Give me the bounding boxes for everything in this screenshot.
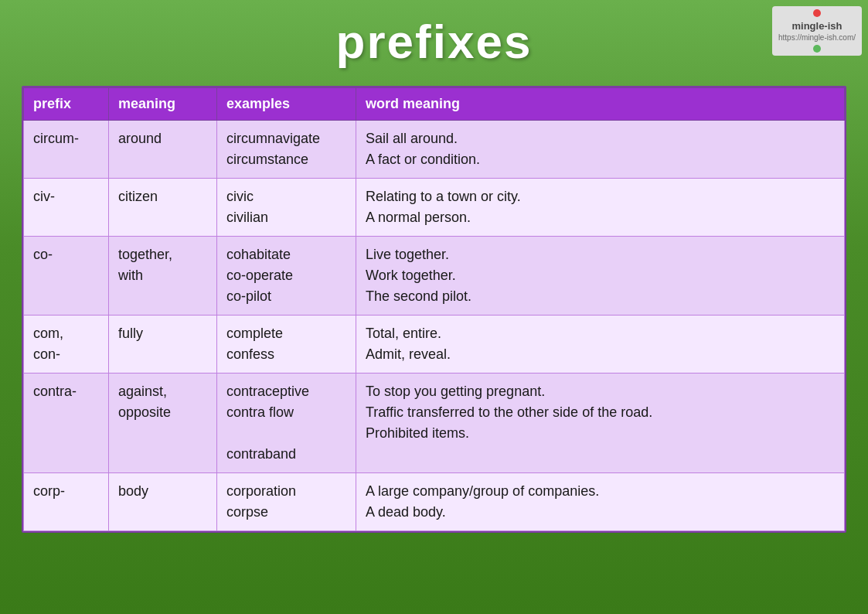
cell-meaning: body (109, 473, 217, 531)
cell-examples: civiccivilian (217, 179, 356, 237)
cell-examples: contraceptivecontra flowcontraband (217, 374, 356, 473)
page-title: prefixes (0, 0, 868, 86)
table-row: com,con-fullycompleteconfessTotal, entir… (24, 316, 845, 374)
cell-wordmeaning: A large company/group of companies.A dea… (356, 473, 845, 531)
table-row: civ-citizenciviccivilianRelating to a to… (24, 179, 845, 237)
dot-green (813, 45, 821, 53)
cell-examples: completeconfess (217, 316, 356, 374)
brand-name: mingle-ish (791, 20, 842, 32)
table-header-row: prefix meaning examples word meaning (24, 88, 845, 121)
watermark-url: https://mingle-ish.com/ (778, 33, 856, 42)
header-word-meaning: word meaning (356, 88, 845, 121)
table-row: corp-bodycorporationcorpseA large compan… (24, 473, 845, 531)
header-meaning: meaning (109, 88, 217, 121)
cell-examples: corporationcorpse (217, 473, 356, 531)
cell-wordmeaning: Total, entire.Admit, reveal. (356, 316, 845, 374)
cell-prefix: contra- (24, 374, 109, 473)
cell-prefix: civ- (24, 179, 109, 237)
watermark: mingle-ish https://mingle-ish.com/ (772, 6, 862, 56)
header-prefix: prefix (24, 88, 109, 121)
table-row: contra-against,oppositecontraceptivecont… (24, 374, 845, 473)
cell-wordmeaning: Sail all around.A fact or condition. (356, 121, 845, 179)
cell-wordmeaning: Live together.Work together.The second p… (356, 237, 845, 316)
cell-meaning: fully (109, 316, 217, 374)
prefixes-table-wrapper: prefix meaning examples word meaning cir… (22, 86, 846, 533)
cell-meaning: against,opposite (109, 374, 217, 473)
cell-examples: circumnavigatecircumstance (217, 121, 356, 179)
cell-prefix: corp- (24, 473, 109, 531)
cell-meaning: together,with (109, 237, 217, 316)
cell-wordmeaning: To stop you getting pregnant.Traffic tra… (356, 374, 845, 473)
table-row: circum-aroundcircumnavigatecircumstanceS… (24, 121, 845, 179)
header-examples: examples (217, 88, 356, 121)
table-row: co-together,withcohabitateco-operateco-p… (24, 237, 845, 316)
prefixes-table: prefix meaning examples word meaning cir… (23, 87, 845, 531)
cell-prefix: co- (24, 237, 109, 316)
dot-red (813, 9, 821, 17)
cell-meaning: citizen (109, 179, 217, 237)
cell-wordmeaning: Relating to a town or city.A normal pers… (356, 179, 845, 237)
cell-examples: cohabitateco-operateco-pilot (217, 237, 356, 316)
cell-prefix: com,con- (24, 316, 109, 374)
cell-prefix: circum- (24, 121, 109, 179)
cell-meaning: around (109, 121, 217, 179)
